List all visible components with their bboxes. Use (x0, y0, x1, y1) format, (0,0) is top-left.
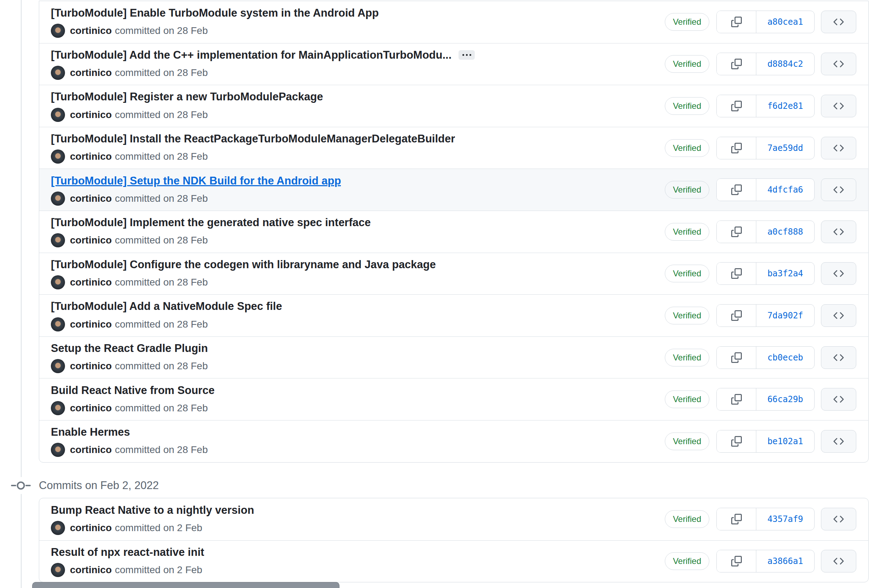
avatar[interactable] (51, 275, 65, 290)
verified-badge[interactable]: Verified (665, 97, 709, 115)
copy-sha-button[interactable] (717, 11, 756, 33)
verified-badge[interactable]: Verified (665, 223, 709, 241)
commit-date: committed on 28 Feb (115, 319, 208, 330)
avatar[interactable] (51, 443, 65, 457)
commit-author[interactable]: cortinico (70, 444, 112, 456)
commit-sha-link[interactable]: 4dfcfa6 (756, 179, 814, 201)
copy-sha-button[interactable] (717, 53, 756, 75)
commit-author[interactable]: cortinico (70, 109, 112, 120)
commit-sha-link[interactable]: 7ae59dd (756, 137, 814, 159)
commit-title-link[interactable]: [TurboModule] Install the ReactPackageTu… (51, 132, 455, 145)
commit-sha-link[interactable]: 4357af9 (756, 508, 814, 530)
commit-title-link[interactable]: [TurboModule] Register a new TurboModule… (51, 90, 323, 103)
commit-sha-link[interactable]: a80cea1 (756, 11, 814, 33)
browse-code-button[interactable] (821, 346, 856, 369)
avatar[interactable] (51, 359, 65, 373)
commit-title-link[interactable]: Enable Hermes (51, 426, 130, 438)
avatar[interactable] (51, 233, 65, 248)
copy-sha-button[interactable] (717, 508, 756, 530)
code-icon (833, 101, 844, 111)
copy-sha-button[interactable] (717, 346, 756, 369)
browse-code-button[interactable] (821, 430, 856, 453)
avatar[interactable] (51, 150, 65, 164)
commit-title-link[interactable]: [TurboModule] Setup the NDK Build for th… (51, 174, 341, 187)
commit-date: committed on 28 Feb (115, 67, 208, 78)
commit-author[interactable]: cortinico (70, 193, 112, 204)
browse-code-button[interactable] (821, 550, 856, 573)
copy-sha-button[interactable] (717, 550, 756, 572)
browse-code-button[interactable] (821, 52, 856, 75)
verified-badge[interactable]: Verified (665, 13, 709, 31)
code-icon (833, 58, 844, 69)
verified-badge[interactable]: Verified (665, 432, 709, 450)
copy-icon (731, 352, 742, 363)
verified-badge[interactable]: Verified (665, 55, 709, 73)
commit-author[interactable]: cortinico (70, 522, 112, 534)
verified-badge[interactable]: Verified (665, 181, 709, 199)
avatar[interactable] (51, 192, 65, 206)
browse-code-button[interactable] (821, 508, 856, 530)
verified-badge[interactable]: Verified (665, 265, 709, 282)
commit-sha-link[interactable]: cb0eceb (756, 346, 814, 369)
commit-title-link[interactable]: [TurboModule] Add a NativeModule Spec fi… (51, 300, 282, 313)
commit-sha-link[interactable]: f6d2e81 (756, 95, 814, 117)
commit-title-link[interactable]: [TurboModule] Implement the generated na… (51, 216, 370, 229)
verified-badge[interactable]: Verified (665, 139, 709, 157)
commit-sha-link[interactable]: 7da902f (756, 304, 814, 327)
verified-badge[interactable]: Verified (665, 307, 709, 324)
verified-badge[interactable]: Verified (665, 390, 709, 408)
commit-author[interactable]: cortinico (70, 402, 112, 414)
avatar[interactable] (51, 401, 65, 415)
commit-author[interactable]: cortinico (70, 67, 112, 78)
verified-badge[interactable]: Verified (665, 510, 709, 528)
commit-author[interactable]: cortinico (70, 277, 112, 288)
commit-author[interactable]: cortinico (70, 151, 112, 162)
commit-author[interactable]: cortinico (70, 25, 112, 36)
copy-sha-button[interactable] (717, 388, 756, 410)
commit-author[interactable]: cortinico (70, 235, 112, 246)
browse-code-button[interactable] (821, 220, 856, 243)
browse-code-button[interactable] (821, 95, 856, 117)
verified-badge[interactable]: Verified (665, 349, 709, 366)
commit-title-link[interactable]: Bump React Native to a nightly version (51, 504, 254, 517)
commit-timeline-rail (21, 0, 21, 588)
commit-author[interactable]: cortinico (70, 360, 112, 372)
avatar[interactable] (51, 521, 65, 535)
copy-sha-button[interactable] (717, 137, 756, 159)
avatar[interactable] (51, 66, 65, 80)
commit-sha-link[interactable]: a3866a1 (756, 550, 814, 572)
commit-title-link[interactable]: Result of npx react-native init (51, 546, 204, 559)
browse-code-button[interactable] (821, 304, 856, 327)
browse-code-button[interactable] (821, 10, 856, 33)
commit-title-link[interactable]: [TurboModule] Add the C++ implementation… (51, 48, 451, 62)
code-icon (833, 310, 844, 321)
browse-code-button[interactable] (821, 178, 856, 201)
copy-sha-button[interactable] (717, 221, 756, 243)
browse-code-button[interactable] (821, 262, 856, 285)
commit-title-link[interactable]: Setup the React Gradle Plugin (51, 342, 208, 355)
commit-sha-link[interactable]: 66ca29b (756, 388, 814, 410)
commit-sha-link[interactable]: a0cf888 (756, 221, 814, 243)
commit-title-link[interactable]: [TurboModule] Enable TurboModule system … (51, 6, 379, 20)
copy-sha-button[interactable] (717, 304, 756, 327)
browse-code-button[interactable] (821, 388, 856, 411)
copy-sha-button[interactable] (717, 430, 756, 452)
commit-sha-link[interactable]: be102a1 (756, 430, 814, 452)
browse-code-button[interactable] (821, 137, 856, 159)
avatar[interactable] (51, 108, 65, 122)
expand-commit-message-button[interactable] (458, 50, 475, 60)
commit-author[interactable]: cortinico (70, 319, 112, 330)
avatar[interactable] (51, 317, 65, 332)
commit-date: committed on 28 Feb (115, 25, 208, 36)
copy-sha-button[interactable] (717, 262, 756, 285)
copy-sha-button[interactable] (717, 179, 756, 201)
commit-sha-link[interactable]: d8884c2 (756, 53, 814, 75)
verified-badge[interactable]: Verified (665, 552, 709, 570)
commit-sha-link[interactable]: ba3f2a4 (756, 262, 814, 285)
copy-sha-button[interactable] (717, 95, 756, 117)
commit-author[interactable]: cortinico (70, 564, 112, 576)
avatar[interactable] (51, 563, 65, 577)
avatar[interactable] (51, 24, 65, 38)
commit-title-link[interactable]: Build React Native from Source (51, 384, 214, 397)
commit-title-link[interactable]: [TurboModule] Configure the codegen with… (51, 258, 436, 271)
